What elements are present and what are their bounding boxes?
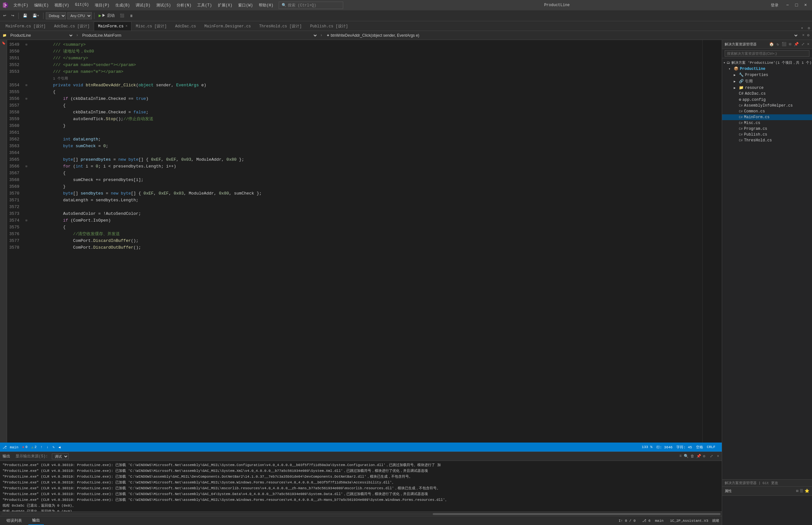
class-selector[interactable]: ProductLine bbox=[9, 33, 73, 38]
minimize-button[interactable]: − bbox=[784, 2, 792, 9]
tab-threshold-design[interactable]: ThresHold.cs [设计] bbox=[255, 21, 306, 31]
menu-test[interactable]: 测试(S) bbox=[154, 1, 174, 9]
tab-misc-design[interactable]: Misc.cs [设计] bbox=[131, 21, 171, 31]
output-scrollbar[interactable] bbox=[0, 511, 722, 516]
menu-git[interactable]: Git(G) bbox=[73, 1, 91, 9]
debug-mode-select[interactable]: Debug bbox=[46, 12, 66, 19]
sidebar-float-icon[interactable]: ⤢ bbox=[801, 42, 804, 47]
platform-select[interactable]: Any CPU bbox=[67, 12, 92, 19]
fold-indicator-3566[interactable]: ⊟ bbox=[24, 163, 29, 170]
tab-overflow-button[interactable]: ▾ bbox=[798, 26, 806, 31]
sidebar-item-threshold[interactable]: ▶ C# ThresHold.cs bbox=[722, 137, 812, 143]
scroll-left[interactable]: ◀ bbox=[58, 445, 61, 449]
sidebar-item-productline[interactable]: ▾ 📦 ProductLine bbox=[722, 66, 812, 72]
close-button[interactable]: × bbox=[802, 2, 809, 9]
undo-button[interactable]: ↩ bbox=[1, 13, 8, 19]
output-clear-icon[interactable]: 🗑 bbox=[691, 454, 694, 459]
sidebar-close-icon[interactable]: × bbox=[807, 42, 809, 47]
menu-file[interactable]: 文件(F) bbox=[11, 1, 31, 9]
status-line[interactable]: 行: 3646 bbox=[656, 445, 673, 450]
menu-build[interactable]: 生成(B) bbox=[113, 1, 133, 9]
search-box[interactable]: 🔍 搜索 (Ctrl+Q) bbox=[279, 2, 343, 9]
sidebar-item-misc[interactable]: ▶ C# Misc.cs bbox=[722, 120, 812, 126]
menu-edit[interactable]: 编辑(E) bbox=[32, 1, 51, 9]
output-settings-icon[interactable]: ⚙ bbox=[703, 454, 705, 459]
menu-window[interactable]: 窗口(W) bbox=[236, 1, 255, 9]
tab-close-icon[interactable]: × bbox=[126, 25, 127, 28]
output-close-icon[interactable]: × bbox=[717, 454, 719, 459]
properties-icon-star[interactable]: ⭐ bbox=[804, 489, 809, 493]
menu-tools[interactable]: 工具(T) bbox=[195, 1, 215, 9]
output-source-select[interactable]: 调试 bbox=[52, 453, 69, 459]
status-encoding[interactable]: CRLF bbox=[707, 445, 715, 449]
sidebar-item-appconfig[interactable]: ▶ ⚙ app.config bbox=[722, 96, 812, 103]
close-editor-icon[interactable]: × bbox=[802, 33, 804, 38]
output-find-icon[interactable]: 🔍 bbox=[684, 454, 689, 459]
tab-mainform-cs[interactable]: MainForm.cs × bbox=[94, 21, 131, 31]
properties-icon-grid[interactable]: ⊞ bbox=[796, 489, 798, 493]
navigate-down[interactable]: ↓ bbox=[46, 445, 49, 449]
navigate-up[interactable]: ↑ bbox=[40, 445, 43, 449]
output-pin-icon[interactable]: 📌 bbox=[696, 454, 701, 459]
sidebar-item-properties[interactable]: ▶ 🔧 Properties bbox=[722, 72, 812, 78]
edit-icon[interactable]: ✎ bbox=[53, 445, 55, 449]
pause-button[interactable]: ⏸ bbox=[128, 13, 135, 19]
warning-count[interactable]: ⚠ 2 bbox=[31, 445, 36, 449]
solution-node[interactable]: ▾ 🗂 解决方案 'ProductLine'(1 个项目，共 1 个) bbox=[722, 60, 812, 66]
fold-indicator-3549[interactable]: ⊟ bbox=[24, 41, 29, 48]
tab-adcdac-design[interactable]: AdcDac.cs [设计] bbox=[50, 21, 94, 31]
menu-extensions[interactable]: 扩展(X) bbox=[215, 1, 235, 9]
settings-editor-icon[interactable]: ⚙ bbox=[807, 33, 809, 38]
sidebar-item-mainform[interactable]: ▶ C# MainForm.cs bbox=[722, 114, 812, 120]
redo-button[interactable]: ↪ bbox=[9, 13, 16, 19]
method-selector[interactable]: ProductLine.MainForm bbox=[81, 33, 318, 38]
tab-publish-design[interactable]: Publish.cs [设计] bbox=[306, 21, 352, 31]
sidebar-icon-collapse[interactable]: ⊟ bbox=[789, 42, 792, 47]
sidebar-icon-filter[interactable]: ⬛ bbox=[782, 42, 786, 47]
fold-indicator-3554[interactable]: ⊟ bbox=[24, 82, 29, 89]
sidebar-item-references[interactable]: ▶ 🔗 引用 bbox=[722, 78, 812, 85]
menu-help[interactable]: 帮助(H) bbox=[256, 1, 276, 9]
save-all-button[interactable]: 💾+ bbox=[31, 13, 41, 19]
error-list-tab[interactable]: 错误列表 bbox=[3, 516, 26, 525]
fold-indicator-3556[interactable]: ⊟ bbox=[24, 95, 29, 102]
menu-project[interactable]: 项目(P) bbox=[92, 1, 112, 9]
save-button[interactable]: 💾 bbox=[21, 13, 29, 19]
git-changes-tab[interactable]: Git 更改 bbox=[763, 481, 778, 485]
menu-view[interactable]: 视图(V) bbox=[52, 1, 72, 9]
tab-settings-icon[interactable]: ⚙ bbox=[806, 26, 812, 31]
sidebar-item-publish[interactable]: ▶ C# Publish.cs bbox=[722, 132, 812, 137]
tab-adcdac-cs[interactable]: AdcDac.cs bbox=[171, 21, 201, 31]
sidebar-icon-sync[interactable]: ↻ bbox=[777, 42, 779, 47]
status-spaces[interactable]: 空格 bbox=[696, 445, 703, 450]
sidebar-item-program[interactable]: ▶ C# Program.cs bbox=[722, 126, 812, 132]
tab-mainform-designer[interactable]: MainForm.Designer.cs bbox=[200, 21, 255, 31]
error-count[interactable]: ✖ 0 bbox=[22, 445, 27, 449]
fold-indicator-3574[interactable]: ⊟ bbox=[24, 217, 29, 224]
output-content[interactable]: "ProductLine.exe" (CLR v4.0.30319: Produ… bbox=[0, 461, 722, 511]
properties-icon-list[interactable]: ☰ bbox=[800, 489, 803, 493]
code-content[interactable]: /// <summary> /// 读地址号，0x80 /// </summar… bbox=[29, 40, 703, 442]
menu-analyze[interactable]: 分析(N) bbox=[174, 1, 194, 9]
maximize-button[interactable]: □ bbox=[793, 2, 800, 9]
sidebar-item-resource[interactable]: ▶ 📁 resource bbox=[722, 85, 812, 91]
tab-mainform-design[interactable]: MainForm.cs [设计] bbox=[1, 21, 50, 31]
sidebar-pin-icon[interactable]: 📌 bbox=[794, 42, 799, 47]
status-col[interactable]: 字符: 45 bbox=[676, 445, 692, 450]
sidebar-search[interactable] bbox=[722, 49, 812, 58]
stop-button[interactable]: ⬛ bbox=[118, 13, 126, 19]
output-wrap-icon[interactable]: ≡ bbox=[679, 454, 681, 459]
menu-debug[interactable]: 调试(D) bbox=[133, 1, 153, 9]
solution-tab[interactable]: 解决方案资源管理器 bbox=[725, 481, 756, 485]
output-float-icon[interactable]: ⤢ bbox=[710, 454, 713, 459]
sidebar-item-assemblyinfo[interactable]: ▶ C# AssemblyInfoHelper.cs bbox=[722, 103, 812, 108]
sidebar-item-common[interactable]: ▶ C# Common.cs bbox=[722, 108, 812, 114]
sidebar-search-input[interactable] bbox=[725, 50, 809, 57]
start-button[interactable]: ▶ ▶ 启动 bbox=[97, 12, 116, 19]
sidebar-item-adcdac[interactable]: ▶ C# AdcDac.cs bbox=[722, 91, 812, 96]
sidebar-icon-home[interactable]: 🏠 bbox=[769, 42, 774, 47]
output-tab[interactable]: 输出 bbox=[28, 516, 44, 525]
login-label[interactable]: 登录 bbox=[771, 3, 779, 8]
git-branch[interactable]: ⎇ main bbox=[3, 445, 18, 449]
member-selector[interactable]: ✦ btnWriteDevAddr_Click(object sender, E… bbox=[325, 33, 798, 38]
